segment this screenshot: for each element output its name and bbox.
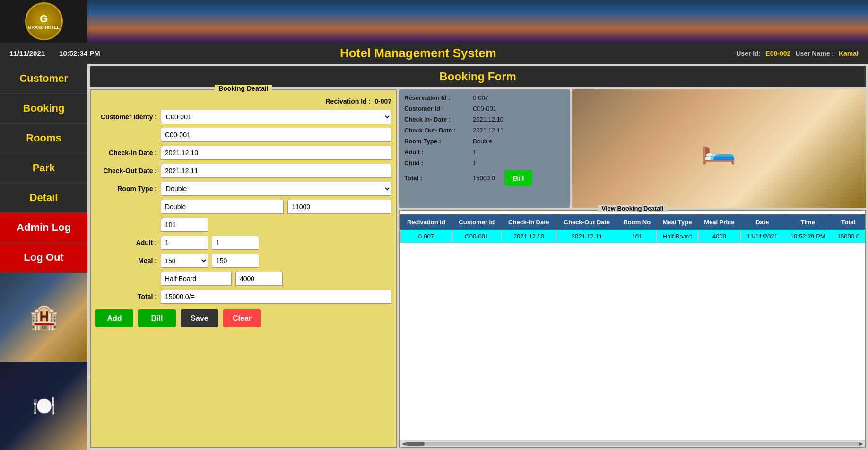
sidebar-item-logout[interactable]: Log Out (0, 243, 87, 273)
room-type-row: Room Type : Double (95, 182, 391, 196)
content-body: Booking Deatail Recivation Id : 0-007 Cu… (90, 89, 866, 448)
banner-image (87, 0, 868, 43)
res-child-row: Child : 1 (404, 159, 565, 167)
col-time: Time (784, 215, 832, 230)
logo-name: GRAND HOTEL (28, 25, 60, 30)
table-cell-3: 2021.12.11 (556, 230, 617, 243)
table-header-row: Recivation Id Customer Id Check-In Date … (400, 215, 865, 230)
room-type-name-input[interactable] (161, 200, 284, 214)
table-cell-1: C00-001 (452, 230, 501, 243)
scroll-right-arrow[interactable]: ▶ (859, 441, 863, 446)
col-date: Date (741, 215, 784, 230)
room-number-row (161, 218, 391, 232)
sidebar-hotel-image-2 (0, 362, 87, 450)
res-total-value: 15000.0 (473, 175, 495, 182)
scrollbar-thumb[interactable] (406, 442, 425, 446)
sidebar-item-detail[interactable]: Detail (0, 183, 87, 213)
meal-dropdown[interactable]: 150 (161, 254, 208, 268)
room-number-input[interactable] (161, 218, 208, 232)
table-cell-6: 4000 (698, 230, 740, 243)
recivation-id-value: 0-007 (374, 97, 391, 105)
checkout-label: Check-Out Date : (95, 167, 157, 175)
res-total-row: Total : 15000.0 Bill (404, 170, 565, 186)
bill-button[interactable]: Bill (138, 309, 176, 327)
room-type-dropdown[interactable]: Double (161, 182, 391, 196)
adult-inputs (161, 236, 259, 250)
sidebar-hotel-image-1 (0, 273, 87, 362)
res-customer-label: Customer Id : (404, 105, 473, 112)
checkout-row: Check-Out Date : (95, 164, 391, 178)
reservation-bill-button[interactable]: Bill (504, 170, 532, 186)
meal-price-input[interactable] (235, 272, 283, 286)
res-roomtype-label: Room Type : (404, 138, 473, 145)
room-type-label: Room Type : (95, 185, 157, 193)
res-id-value: 0-007 (473, 94, 488, 101)
user-id-value: E00-002 (765, 50, 790, 57)
datetime-area: 11/11/2021 10:52:34 PM (9, 49, 100, 57)
skyline-decoration (87, 14, 868, 43)
res-adult-value: 1 (473, 149, 476, 156)
sidebar-item-admin-log[interactable]: Admin Log (0, 213, 87, 243)
scrollbar-track[interactable] (406, 442, 859, 446)
sidebar-item-booking[interactable]: Booking (0, 94, 87, 124)
meal-controls: 150 (161, 254, 259, 268)
app-title: Hotel Management System (100, 46, 736, 61)
clear-button[interactable]: Clear (223, 309, 261, 327)
customer-identity-input[interactable] (161, 128, 391, 142)
user-id-label: User Id: (736, 50, 761, 57)
room-type-details-row (161, 200, 391, 214)
top-right-area: Reservation Id : 0-007 Customer Id : C00… (399, 89, 866, 208)
sidebar-item-rooms[interactable]: Rooms (0, 124, 87, 153)
room-price-input[interactable] (287, 200, 391, 214)
res-child-label: Child : (404, 159, 473, 167)
customer-identity-dropdown[interactable]: C00-001 (161, 110, 391, 124)
save-button[interactable]: Save (181, 309, 218, 327)
customer-identity-label: Customer Identy : (95, 113, 157, 121)
res-id-label: Reservation Id : (404, 94, 473, 101)
res-customer-row: Customer Id : C00-001 (404, 105, 565, 112)
page-title: Booking Form (90, 66, 866, 87)
adult-label: Adult : (95, 239, 157, 247)
table-row[interactable]: 0-007C00-0012021.12.102021.12.11101Half … (400, 230, 865, 243)
sidebar-item-customer[interactable]: Customer (0, 64, 87, 94)
meal-type-input[interactable] (161, 272, 232, 286)
adult-input-1[interactable] (161, 236, 208, 250)
res-adult-label: Adult : (404, 149, 473, 156)
col-meal-price: Meal Price (698, 215, 740, 230)
sidebar-item-park[interactable]: Park (0, 153, 87, 183)
hotel-building-image (0, 273, 87, 362)
res-customer-value: C00-001 (473, 105, 496, 112)
booking-form-panel: Booking Deatail Recivation Id : 0-007 Cu… (90, 89, 397, 448)
horizontal-scrollbar[interactable]: ◀ ▶ (400, 440, 865, 447)
total-input[interactable] (161, 290, 391, 304)
hotel-restaurant-image (0, 362, 87, 450)
meal-label: Meal : (95, 257, 157, 265)
recivation-label: Recivation Id : (326, 97, 371, 105)
user-info: User Id: E00-002 User Name : Kamal (736, 50, 859, 57)
res-checkin-row: Check In- Date : 2021.12.10 (404, 116, 565, 123)
sidebar-images (0, 273, 87, 450)
checkin-label: Check-In Date : (95, 149, 157, 157)
main-layout: Customer Booking Rooms Park Detail Admin… (0, 64, 868, 450)
table-cell-8: 10:52:29 PM (784, 230, 832, 243)
col-recivation-id: Recivation Id (400, 215, 452, 230)
meal-value-input[interactable] (212, 254, 259, 268)
hotel-room-image (572, 89, 866, 208)
res-checkout-row: Check Out- Date : 2021.12.11 (404, 127, 565, 134)
booking-table-scroll[interactable]: Recivation Id Customer Id Check-In Date … (400, 211, 865, 440)
view-booking-title: View Booking Deatail (598, 205, 667, 212)
col-meal-type: Meal Type (657, 215, 698, 230)
add-button[interactable]: Add (95, 309, 133, 327)
time-display: 10:52:34 PM (59, 49, 100, 57)
total-label: Total : (95, 293, 157, 300)
checkout-input[interactable] (161, 164, 391, 178)
checkin-input[interactable] (161, 146, 391, 160)
col-checkin-date: Check-In Date (501, 215, 556, 230)
table-cell-4: 101 (617, 230, 657, 243)
scroll-left-arrow[interactable]: ◀ (402, 441, 406, 446)
adult-input-2[interactable] (212, 236, 259, 250)
col-checkout-date: Check-Out Date (556, 215, 617, 230)
res-id-row: Reservation Id : 0-007 (404, 94, 565, 101)
logo-circle: G GRAND HOTEL (25, 2, 63, 40)
res-child-value: 1 (473, 159, 476, 167)
